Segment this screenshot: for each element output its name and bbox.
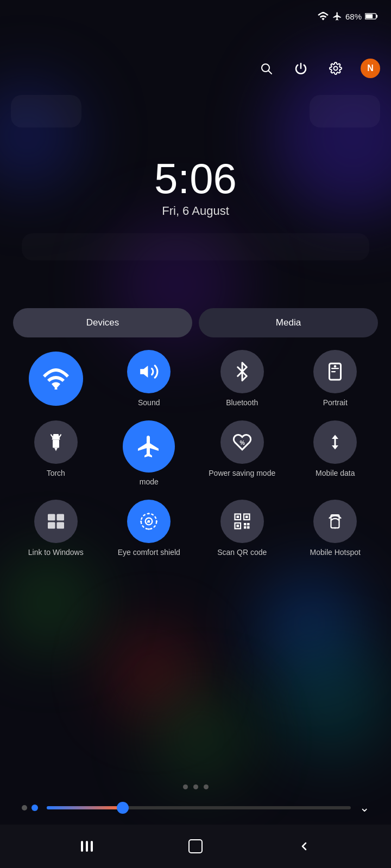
eye-comfort-tile-circle: A	[127, 500, 171, 543]
airplane-tile-circle	[123, 420, 175, 473]
svg-point-23	[156, 521, 157, 522]
mobile-data-tile-circle	[313, 420, 357, 464]
clock-date: Fri, 6 August	[0, 204, 391, 218]
slider-dot-active	[31, 805, 38, 811]
svg-rect-30	[236, 525, 239, 527]
power-icon	[294, 62, 307, 75]
svg-rect-34	[247, 526, 250, 529]
wifi-tile-icon	[42, 368, 70, 390]
sound-tile-label: Sound	[138, 398, 160, 407]
tile-sound[interactable]: Sound	[106, 350, 192, 407]
mobile-data-tile-icon	[325, 432, 345, 452]
brightness-slider-section: ⌄	[22, 801, 369, 815]
page-dot-2	[193, 784, 198, 789]
status-bar: 68%	[0, 0, 391, 33]
page-dot-3	[204, 784, 209, 789]
bluetooth-tile-icon	[232, 362, 252, 381]
page-dot-1	[183, 784, 188, 789]
tile-wifi[interactable]	[13, 352, 99, 406]
portrait-tile-label: Portrait	[323, 398, 348, 407]
tab-row: Devices Media	[13, 308, 378, 337]
svg-point-22	[140, 521, 142, 522]
gear-icon	[329, 62, 342, 75]
devices-tab[interactable]: Devices	[13, 308, 192, 337]
tile-eye-comfort[interactable]: A Eye comfort shield	[106, 500, 192, 557]
tiles-row-1: Sound Bluetooth Portrait	[13, 350, 378, 407]
svg-rect-10	[53, 440, 59, 448]
link-windows-tile-circle	[34, 500, 78, 543]
tile-link-windows[interactable]: Link to Windows	[13, 500, 99, 557]
svg-rect-15	[48, 522, 55, 529]
svg-point-20	[148, 513, 150, 515]
tile-portrait[interactable]: Portrait	[293, 350, 379, 407]
torch-tile-label: Torch	[47, 468, 65, 478]
back-button[interactable]	[291, 833, 318, 860]
home-button[interactable]	[182, 833, 209, 860]
avatar-letter: N	[367, 63, 374, 73]
svg-rect-16	[56, 522, 64, 529]
power-button[interactable]	[291, 59, 311, 78]
svg-rect-2	[365, 14, 373, 18]
svg-text:A: A	[147, 520, 150, 525]
svg-rect-26	[236, 516, 239, 519]
sound-tile-icon	[138, 361, 159, 382]
tile-torch[interactable]: Torch	[13, 420, 99, 478]
svg-rect-28	[245, 516, 248, 519]
mobile-hotspot-tile-circle	[313, 500, 357, 543]
link-windows-tile-label: Link to Windows	[28, 547, 84, 557]
power-saving-tile-label: Power saving mode	[209, 468, 275, 478]
media-tab[interactable]: Media	[199, 308, 378, 337]
torch-tile-icon	[46, 432, 66, 452]
wifi-tile-circle	[29, 352, 83, 406]
tiles-row-3: Link to Windows A Eye comfort shield	[13, 500, 378, 557]
power-saving-tile-icon: %	[232, 432, 252, 452]
brightness-track[interactable]	[47, 806, 351, 809]
search-button[interactable]	[256, 59, 276, 78]
airplane-tile-label: mode	[140, 477, 159, 487]
portrait-tile-icon	[325, 362, 345, 381]
wifi-status-icon	[317, 12, 329, 21]
eye-comfort-tile-label: Eye comfort shield	[118, 547, 180, 557]
clock-time: 5:06	[0, 157, 391, 200]
link-windows-tile-icon	[46, 512, 66, 531]
clock-section: 5:06 Fri, 6 August	[0, 157, 391, 218]
svg-marker-7	[140, 366, 148, 378]
brightness-thumb[interactable]	[117, 802, 129, 814]
tile-airplane[interactable]: mode	[106, 420, 192, 487]
tile-bluetooth[interactable]: Bluetooth	[199, 350, 285, 407]
brightness-fill	[47, 806, 123, 809]
user-avatar[interactable]: N	[361, 59, 380, 78]
tile-scan-qr[interactable]: Scan QR code	[199, 500, 285, 557]
mobile-data-tile-label: Mobile data	[316, 468, 355, 478]
svg-point-5	[334, 67, 338, 71]
mobile-hotspot-tile-label: Mobile Hotspot	[310, 547, 361, 557]
collapse-button[interactable]: ⌄	[360, 801, 369, 815]
settings-button[interactable]	[326, 59, 345, 78]
search-icon	[260, 62, 273, 75]
tiles-section: Sound Bluetooth Portrait	[13, 350, 378, 571]
airplane-status-icon	[332, 11, 342, 21]
airplane-tile-icon	[136, 433, 162, 459]
scan-qr-tile-icon	[232, 512, 252, 531]
slider-dot-inactive	[22, 805, 27, 810]
svg-rect-1	[376, 15, 378, 17]
sound-tile-circle	[127, 350, 171, 393]
back-icon	[298, 840, 311, 853]
svg-text:%: %	[239, 439, 245, 446]
home-icon	[188, 839, 203, 853]
tile-mobile-hotspot[interactable]: Mobile Hotspot	[293, 500, 379, 557]
navigation-bar	[0, 825, 391, 868]
tile-mobile-data[interactable]: Mobile data	[293, 420, 379, 478]
svg-rect-31	[244, 523, 247, 526]
svg-rect-32	[247, 523, 250, 526]
bluetooth-tile-circle	[220, 350, 264, 393]
mobile-hotspot-tile-icon	[325, 512, 345, 531]
bluetooth-tile-label: Bluetooth	[226, 398, 258, 407]
svg-rect-33	[244, 526, 247, 529]
eye-comfort-tile-icon: A	[138, 511, 159, 532]
tile-power-saving[interactable]: % Power saving mode	[199, 420, 285, 478]
svg-line-4	[269, 71, 272, 74]
svg-point-9	[334, 365, 337, 368]
recent-apps-button[interactable]	[73, 833, 100, 860]
torch-tile-circle	[34, 420, 78, 464]
